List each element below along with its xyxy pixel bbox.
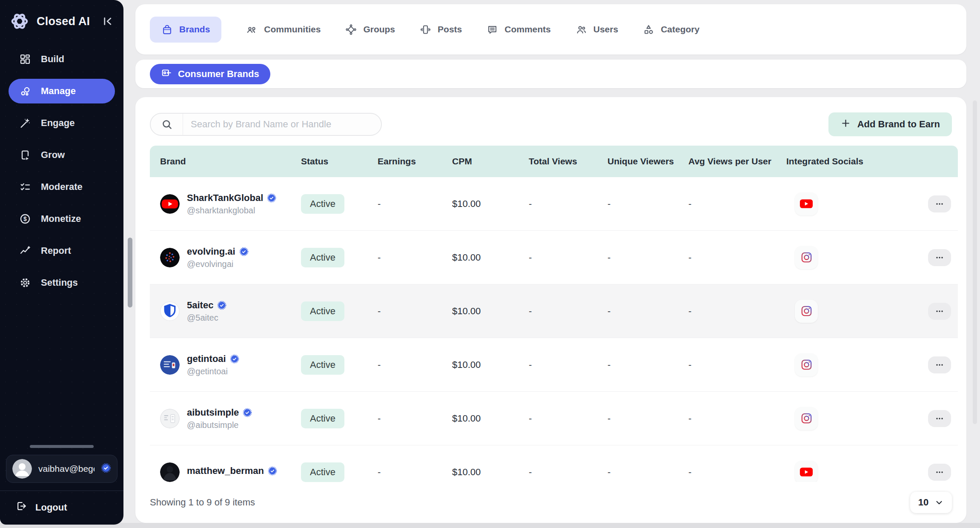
social-icon[interactable] (795, 300, 818, 323)
earnings-value: - (369, 306, 444, 317)
avg-views-value: - (680, 467, 778, 478)
sidebar-drag-handle[interactable] (30, 445, 94, 448)
comments-icon (487, 24, 498, 35)
sidebar-item-label: Grow (41, 149, 65, 161)
monetize-icon: $ (19, 212, 32, 225)
logout-button[interactable]: Logout (6, 497, 117, 517)
verified-badge-icon (267, 193, 276, 203)
social-icon[interactable] (795, 461, 818, 482)
sidebar-item-settings[interactable]: Settings (9, 270, 115, 295)
col-integrated-socials: Integrated Socials (778, 156, 876, 166)
sidebar-item-label: Manage (41, 86, 76, 97)
tab-category[interactable]: Category (643, 24, 699, 35)
table-row[interactable]: aibutsimple @aibutsimple Active - $10.00… (150, 392, 958, 445)
row-menu-button[interactable] (928, 195, 951, 212)
col-status: Status (292, 156, 369, 166)
tab-brands[interactable]: Brands (150, 17, 221, 43)
row-menu-button[interactable] (928, 303, 951, 320)
consumer-brands-label: Consumer Brands (178, 69, 259, 80)
sidebar-item-manage[interactable]: Manage (9, 79, 115, 103)
page-size-select[interactable]: 10 (910, 492, 952, 513)
add-brand-to-earn-button[interactable]: Add Brand to Earn (828, 112, 952, 136)
table-row[interactable]: 5aitec @5aitec Active - $10.00 - - - (150, 284, 958, 338)
earnings-value: - (369, 198, 444, 209)
instagram-icon (800, 251, 813, 264)
social-icon[interactable] (795, 246, 818, 269)
tab-users[interactable]: Users (576, 24, 618, 35)
sidebar: Closed AI Build (0, 0, 123, 525)
tab-comments[interactable]: Comments (487, 24, 551, 35)
unique-viewers-value: - (599, 359, 680, 370)
brand-avatar (160, 462, 180, 482)
unique-viewers-value: - (599, 413, 680, 424)
tab-groups[interactable]: Groups (345, 24, 395, 35)
logout-label: Logout (35, 502, 67, 513)
groups-icon (345, 24, 357, 35)
table-header-row: Brand Status Earnings CPM Total Views Un… (150, 146, 958, 177)
col-cpm: CPM (444, 156, 520, 166)
tab-posts[interactable]: Posts (420, 24, 462, 35)
table-row[interactable]: getintoai @getintoai Active - $10.00 - -… (150, 338, 958, 392)
search-input[interactable] (183, 119, 381, 130)
brand-handle: @getintoai (187, 367, 239, 376)
brand-avatar (160, 301, 180, 321)
total-views-value: - (520, 359, 599, 370)
table-row[interactable]: matthew_berman Active - $10.00 - - - (150, 445, 958, 482)
brands-table: Brand Status Earnings CPM Total Views Un… (150, 146, 958, 482)
row-menu-button[interactable] (928, 249, 951, 266)
sidebar-item-report[interactable]: Report (9, 238, 115, 263)
consumer-brands-button[interactable]: Consumer Brands (150, 64, 270, 84)
row-menu-button[interactable] (928, 356, 951, 373)
instagram-icon (800, 359, 813, 371)
col-avg-views: Avg Views per User (680, 156, 778, 166)
status-badge: Active (301, 248, 344, 267)
unique-viewers-value: - (599, 467, 680, 478)
earnings-value: - (369, 359, 444, 370)
manage-icon (19, 85, 32, 98)
social-icon[interactable] (795, 353, 818, 376)
ellipsis-icon (934, 306, 945, 316)
verified-badge-icon (243, 408, 252, 417)
build-icon (19, 53, 32, 66)
tab-communities[interactable]: Communities (246, 24, 321, 35)
sidebar-item-grow[interactable]: Grow (9, 143, 115, 167)
social-icon[interactable] (795, 407, 818, 430)
brand-search[interactable] (150, 113, 382, 136)
user-email: vaibhav@begenu... (38, 464, 95, 474)
tab-label: Brands (179, 24, 210, 34)
row-menu-button[interactable] (928, 410, 951, 427)
page-scrollbar-thumb[interactable] (973, 100, 977, 424)
brand-handle: @5aitec (187, 313, 226, 323)
sidebar-item-label: Monetize (41, 213, 81, 224)
chevron-down-icon (934, 498, 944, 507)
sidebar-collapse-icon[interactable] (100, 14, 114, 29)
brand-name: getintoai (187, 353, 226, 364)
unique-viewers-value: - (599, 198, 680, 209)
sidebar-item-build[interactable]: Build (9, 47, 115, 72)
tab-label: Category (661, 24, 699, 34)
verified-badge-icon (217, 301, 226, 310)
earnings-value: - (369, 467, 444, 478)
sidebar-item-moderate[interactable]: Moderate (9, 175, 115, 199)
total-views-value: - (520, 467, 599, 478)
sidebar-item-monetize[interactable]: $ Monetize (9, 207, 115, 231)
sidebar-item-label: Settings (41, 277, 78, 288)
sidebar-footer: vaibhav@begenu... Logout (0, 445, 123, 525)
table-row[interactable]: SharkTankGlobal @sharktankglobal Active … (150, 177, 958, 231)
verified-badge-icon (101, 463, 111, 475)
social-icon[interactable] (795, 192, 818, 215)
user-account-card[interactable]: vaibhav@begenu... (6, 455, 117, 483)
brand-cell: evolving.ai @evolvingai (150, 246, 292, 269)
sidebar-scrollbar-thumb[interactable] (128, 238, 132, 307)
brand-cell: getintoai @getintoai (150, 353, 292, 376)
sidebar-divider (0, 491, 123, 491)
posts-icon (420, 24, 431, 35)
row-menu-button[interactable] (928, 464, 951, 481)
col-brand: Brand (150, 156, 292, 166)
avg-views-value: - (680, 252, 778, 263)
tab-label: Comments (504, 24, 551, 34)
total-views-value: - (520, 252, 599, 263)
sidebar-item-engage[interactable]: Engage (9, 111, 115, 135)
table-row[interactable]: evolving.ai @evolvingai Active - $10.00 … (150, 231, 958, 284)
brand-name: aibutsimple (187, 407, 239, 418)
